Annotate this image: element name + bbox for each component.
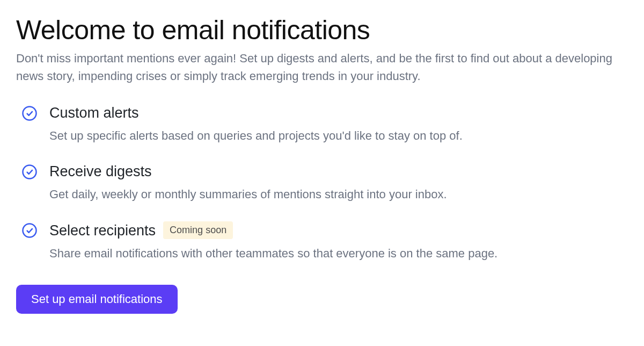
feature-description: Set up specific alerts based on queries …: [49, 127, 628, 145]
svg-point-0: [23, 106, 36, 120]
features-list: Custom alerts Set up specific alerts bas…: [16, 104, 628, 263]
page-subtitle: Don't miss important mentions ever again…: [16, 49, 628, 85]
feature-title: Receive digests: [49, 163, 152, 180]
svg-point-1: [23, 165, 36, 178]
svg-point-2: [23, 224, 36, 237]
check-circle-icon: [21, 105, 38, 121]
feature-body: Select recipients Coming soon Share emai…: [49, 221, 628, 262]
feature-title-row: Custom alerts: [49, 104, 628, 121]
feature-body: Receive digests Get daily, weekly or mon…: [49, 163, 628, 203]
check-circle-icon: [21, 164, 38, 180]
coming-soon-badge: Coming soon: [163, 221, 233, 239]
check-circle-icon: [21, 222, 38, 239]
feature-title-row: Receive digests: [49, 163, 628, 180]
feature-title-row: Select recipients Coming soon: [49, 221, 628, 239]
setup-email-notifications-button[interactable]: Set up email notifications: [16, 285, 178, 314]
feature-title: Custom alerts: [49, 104, 139, 121]
feature-description: Get daily, weekly or monthly summaries o…: [49, 185, 628, 203]
feature-item-custom-alerts: Custom alerts Set up specific alerts bas…: [21, 104, 628, 145]
feature-item-select-recipients: Select recipients Coming soon Share emai…: [21, 221, 628, 262]
feature-item-receive-digests: Receive digests Get daily, weekly or mon…: [21, 163, 628, 203]
feature-body: Custom alerts Set up specific alerts bas…: [49, 104, 628, 145]
page-title: Welcome to email notifications: [16, 15, 628, 46]
feature-description: Share email notifications with other tea…: [49, 244, 628, 262]
feature-title: Select recipients: [49, 222, 156, 239]
